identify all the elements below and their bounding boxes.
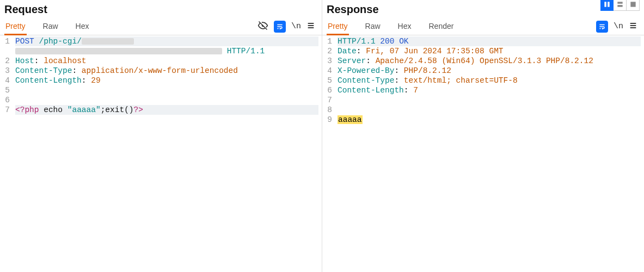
response-code[interactable]: HTTP/1.1 200 OKDate: Fri, 07 Jun 2024 17… [334,35,644,272]
tab-hex[interactable]: Hex [75,18,90,35]
wrap-icon[interactable] [596,21,608,33]
menu-icon[interactable] [306,21,315,32]
eye-off-icon[interactable] [257,20,268,33]
layout-rows-button[interactable] [614,0,627,11]
newline-icon[interactable]: \n [614,22,623,31]
tab-pretty[interactable]: Pretty [4,18,27,35]
response-toolbar: \n [596,21,640,33]
layout-columns-button[interactable] [600,0,614,11]
menu-icon[interactable] [629,21,637,32]
layout-single-button[interactable] [627,0,640,11]
response-tabs: PrettyRawHexRender [327,18,596,35]
wrap-icon[interactable] [274,21,286,33]
response-title: Response [322,0,644,18]
request-editor[interactable]: 1234567 POST /php-cgi/ HTTP/1.1Host: loc… [0,35,322,272]
request-tabs: PrettyRawHex [4,18,257,35]
svg-rect-0 [604,2,606,7]
layout-buttons [600,0,640,11]
tab-hex[interactable]: Hex [397,18,413,35]
request-title: Request [0,0,322,18]
tab-raw[interactable]: Raw [364,18,382,35]
response-tabbar: PrettyRawHexRender \n [322,18,644,35]
response-editor[interactable]: 123456789 HTTP/1.1 200 OKDate: Fri, 07 J… [322,35,644,272]
newline-icon[interactable]: \n [291,22,301,31]
tab-pretty[interactable]: Pretty [327,18,349,35]
svg-rect-1 [608,2,610,7]
svg-rect-4 [630,2,635,7]
request-tabbar: PrettyRawHex \n [0,18,322,35]
request-pane: Request PrettyRawHex \n 1234567 POST /ph… [0,0,322,272]
response-pane: Response PrettyRawHexRender \n 123456789… [322,0,644,272]
tab-raw[interactable]: Raw [42,18,59,35]
tab-render[interactable]: Render [428,18,455,35]
request-code[interactable]: POST /php-cgi/ HTTP/1.1Host: localhostCo… [12,35,322,272]
response-gutter: 123456789 [322,35,334,272]
request-gutter: 1234567 [0,35,12,272]
svg-rect-3 [617,5,622,7]
request-toolbar: \n [257,20,317,33]
svg-rect-2 [617,2,622,4]
